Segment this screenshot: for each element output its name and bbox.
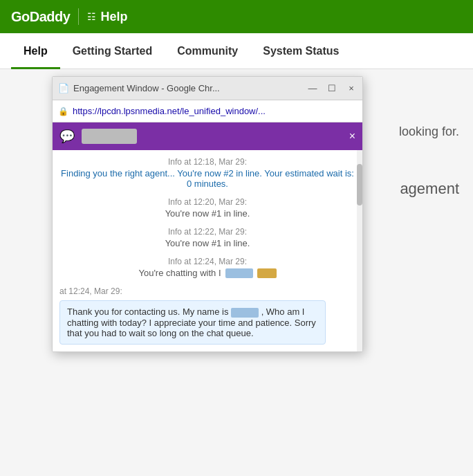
godaddy-logo: GoDaddy <box>11 9 70 25</box>
lock-icon: 🔒 <box>58 107 68 116</box>
chat-header: 💬 × <box>53 122 362 150</box>
chrome-titlebar: 📄 Engagement Window - Google Chr... — ☐ … <box>53 77 362 100</box>
minimize-button[interactable]: — <box>307 83 318 93</box>
grid-icon: ☷ <box>87 11 96 22</box>
bg-hint2: agement <box>400 180 459 198</box>
header-help-label: Help <box>100 10 127 24</box>
tab-icon: 📄 <box>58 83 69 93</box>
nav-item-system-status[interactable]: System Status <box>250 33 351 69</box>
agent-message: Thank you for contacting us. My name is … <box>59 300 326 345</box>
chat-body[interactable]: Info at 12:18, Mar 29: Finding you the r… <box>53 150 362 351</box>
main-nav: Help Getting Started Community System St… <box>0 33 473 69</box>
close-window-button[interactable]: × <box>346 83 357 93</box>
chat-info-2: Info at 12:20, Mar 29: <box>59 197 355 207</box>
chat-msg-2: You're now #1 in line. <box>59 208 355 219</box>
agent-name-blur <box>82 129 137 144</box>
chrome-tab-title: Engagement Window - Google Chr... <box>73 83 307 93</box>
restore-button[interactable]: ☐ <box>326 83 337 93</box>
agent-msg-time: at 12:24, Mar 29: <box>59 286 355 296</box>
site-header: GoDaddy ☷ Help <box>0 0 473 33</box>
chat-bubble-icon: 💬 <box>59 129 75 144</box>
nav-item-getting-started[interactable]: Getting Started <box>60 33 165 69</box>
chat-msg-3: You're now #1 in line. <box>59 238 355 248</box>
chrome-controls: — ☐ × <box>307 83 357 93</box>
agent-avatar-inline-blur <box>257 268 277 278</box>
nav-item-community[interactable]: Community <box>165 33 250 69</box>
chat-info-3: Info at 12:22, Mar 29: <box>59 227 355 237</box>
scrollbar-thumb[interactable] <box>357 164 362 205</box>
address-text[interactable]: https://lpcdn.lpsnmedia.net/le_unified_w… <box>73 106 357 116</box>
chat-msg-1: Finding you the right agent... You're no… <box>59 168 355 189</box>
chat-scrollbar[interactable] <box>357 150 362 351</box>
nav-item-help[interactable]: Help <box>11 33 60 69</box>
chat-info-1: Info at 12:18, Mar 29: <box>59 157 355 167</box>
agent-name-redacted <box>231 308 259 318</box>
chat-window: 📄 Engagement Window - Google Chr... — ☐ … <box>52 76 363 352</box>
bg-hint1: looking for. <box>399 125 459 139</box>
header-divider <box>78 8 79 25</box>
chat-msg-4: You're chatting with I <box>59 268 355 278</box>
agent-name-inline-blur <box>225 268 253 278</box>
address-bar: 🔒 https://lpcdn.lpsnmedia.net/le_unified… <box>53 100 362 122</box>
chat-info-4: Info at 12:24, Mar 29: <box>59 257 355 266</box>
main-content: GoDaddy Help looking for. agement 📄 Enga… <box>0 69 473 476</box>
chat-close-button[interactable]: × <box>349 130 355 143</box>
